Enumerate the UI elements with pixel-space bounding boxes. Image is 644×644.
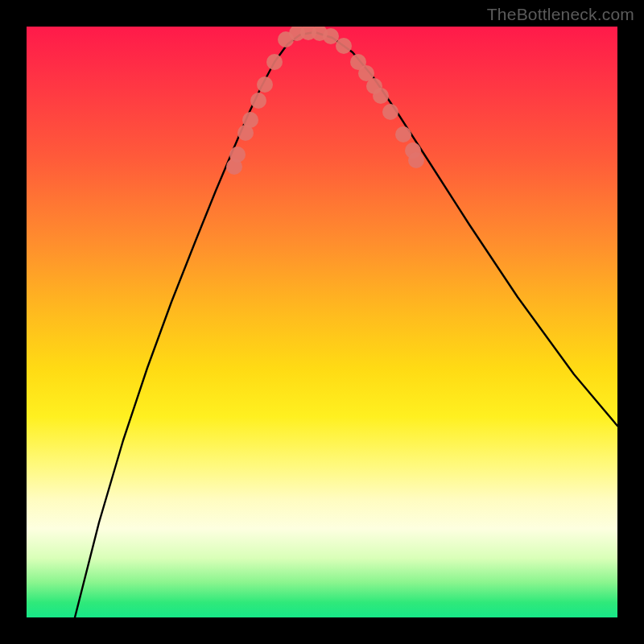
curve-svg xyxy=(27,27,617,617)
sample-point xyxy=(257,76,273,93)
sample-point xyxy=(408,152,424,168)
sample-point xyxy=(323,28,339,44)
bottleneck-curve-path xyxy=(75,32,617,617)
sample-point xyxy=(266,54,283,70)
sample-point xyxy=(336,38,352,54)
plot-area xyxy=(27,27,617,617)
sample-point xyxy=(229,147,246,163)
watermark-text: TheBottleneck.com xyxy=(487,5,634,24)
sample-point xyxy=(373,88,389,104)
sample-point xyxy=(382,104,398,120)
sample-point xyxy=(250,93,266,109)
sample-points-group xyxy=(226,27,424,175)
sample-point xyxy=(242,112,258,128)
chart-container: TheBottleneck.com xyxy=(0,0,644,644)
sample-point xyxy=(395,126,411,142)
